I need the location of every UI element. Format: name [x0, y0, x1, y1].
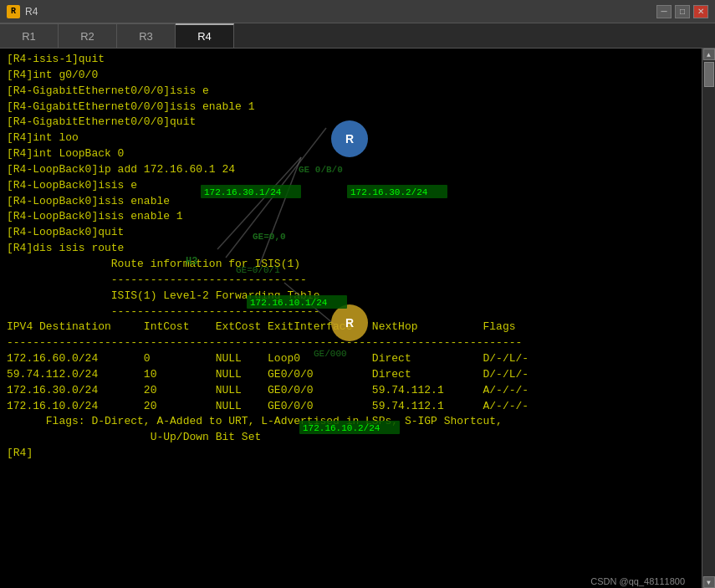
terminal-line: [R4-LoopBack0]isis enable: [7, 194, 695, 210]
app-icon: R: [7, 5, 20, 18]
tab-r4[interactable]: R4: [176, 23, 234, 48]
terminal-line: [R4-GigabitEthernet0/0/0]isis enable 1: [7, 100, 695, 115]
terminal-line: [R4-GigabitEthernet0/0/0]quit: [7, 115, 695, 130]
scroll-down-button[interactable]: ▼: [703, 576, 715, 588]
terminal-line: [R4]int g0/0/0: [7, 68, 695, 84]
terminal-line: Route information for ISIS(1): [7, 257, 695, 273]
terminal-line: 59.74.112.0/24 10 NULL GE0/0/0 Direct D/…: [7, 367, 695, 383]
terminal-line: 172.16.60.0/24 0 NULL Loop0 Direct D/-/L…: [7, 351, 695, 367]
title-controls: ─ □ ✕: [656, 5, 708, 18]
terminal-line: [R4-LoopBack0]isis e: [7, 178, 695, 194]
terminal-line: U-Up/Down Bit Set: [7, 430, 695, 446]
watermark: CSDN @qq_48111800: [590, 576, 685, 586]
tab-r1[interactable]: R1: [0, 23, 59, 48]
scroll-up-button[interactable]: ▲: [703, 49, 715, 60]
terminal-line: [R4-LoopBack0]ip add 172.16.60.1 24: [7, 162, 695, 178]
terminal-line: --------------------------------: [7, 304, 695, 320]
terminal-line: [R4]: [7, 446, 695, 462]
terminal-line: [R4]dis isis route: [7, 241, 695, 257]
restore-button[interactable]: □: [675, 5, 690, 18]
terminal-line: IPV4 Destination IntCost ExtCost ExitInt…: [7, 320, 695, 335]
terminal[interactable]: [R4-isis-1]quit[R4]int g0/0/0[R4-Gigabit…: [0, 49, 702, 588]
terminal-line: [R4-isis-1]quit: [7, 52, 695, 68]
terminal-line: [R4-LoopBack0]isis enable 1: [7, 209, 695, 225]
scrollbar-thumb[interactable]: [704, 62, 714, 87]
title-bar-left: R R4: [7, 5, 38, 18]
terminal-line: ISIS(1) Level-2 Forwarding Table: [7, 289, 695, 304]
terminal-line: 172.16.30.0/24 20 NULL GE0/0/0 59.74.112…: [7, 383, 695, 399]
app-icon-label: R: [11, 7, 16, 16]
scrollbar-track[interactable]: [702, 60, 715, 576]
terminal-line: 172.16.10.0/24 20 NULL GE0/0/0 59.74.112…: [7, 399, 695, 415]
tab-r2[interactable]: R2: [59, 23, 117, 48]
terminal-line: Flags: D-Direct, A-Added to URT, L-Adver…: [7, 414, 695, 430]
terminal-line: ----------------------------------------…: [7, 335, 695, 351]
window-title: R4: [25, 6, 38, 18]
terminal-line: ------------------------------: [7, 273, 695, 289]
tab-r3[interactable]: R3: [117, 23, 176, 48]
terminal-line: [R4-LoopBack0]quit: [7, 225, 695, 241]
minimize-button[interactable]: ─: [656, 5, 672, 18]
terminal-line: [R4-GigabitEthernet0/0/0]isis e: [7, 84, 695, 100]
main-area: [R4-isis-1]quit[R4]int g0/0/0[R4-Gigabit…: [0, 49, 715, 588]
close-button[interactable]: ✕: [693, 5, 708, 18]
scrollbar[interactable]: ▲ ▼: [702, 49, 715, 588]
tab-bar: R1 R2 R3 R4: [0, 23, 715, 49]
title-bar: R R4 ─ □ ✕: [0, 0, 715, 23]
terminal-line: [R4]int LoopBack 0: [7, 146, 695, 162]
terminal-line: [R4]int loo: [7, 130, 695, 146]
